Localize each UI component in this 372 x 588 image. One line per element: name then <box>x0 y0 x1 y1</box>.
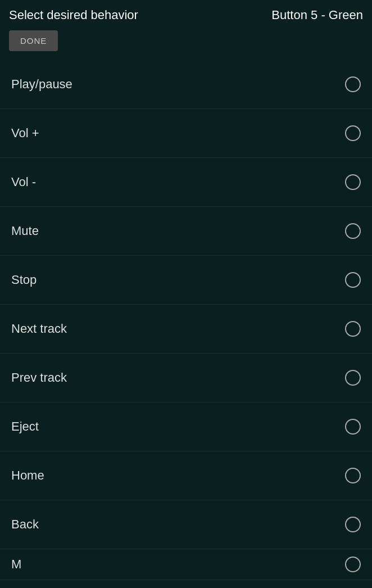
radio-home[interactable] <box>345 468 361 483</box>
list-item-back[interactable]: Back <box>0 500 372 549</box>
radio-next-track[interactable] <box>345 321 361 337</box>
option-label-eject: Eject <box>11 419 39 434</box>
list-item-vol-plus[interactable]: Vol + <box>0 109 372 158</box>
radio-eject[interactable] <box>345 419 361 435</box>
option-label-next-track: Next track <box>11 322 67 336</box>
radio-mute[interactable] <box>345 223 361 239</box>
list-item-eject[interactable]: Eject <box>0 402 372 451</box>
list-item-play-pause[interactable]: Play/pause <box>0 60 372 109</box>
radio-stop[interactable] <box>345 272 361 288</box>
radio-menu-partial[interactable] <box>345 557 361 572</box>
header: Select desired behavior Button 5 - Green <box>0 0 372 27</box>
header-title: Select desired behavior <box>9 8 138 22</box>
list-item-stop[interactable]: Stop <box>0 256 372 305</box>
list-item-vol-minus[interactable]: Vol - <box>0 158 372 207</box>
list-item-next-track[interactable]: Next track <box>0 305 372 354</box>
done-button[interactable]: DONE <box>9 30 58 51</box>
options-list: Play/pauseVol +Vol -MuteStopNext trackPr… <box>0 60 372 580</box>
option-label-stop: Stop <box>11 273 37 287</box>
list-item-mute[interactable]: Mute <box>0 207 372 256</box>
option-label-menu-partial: M <box>11 557 21 572</box>
radio-back[interactable] <box>345 517 361 532</box>
header-subtitle: Button 5 - Green <box>271 8 363 22</box>
radio-prev-track[interactable] <box>345 370 361 386</box>
radio-play-pause[interactable] <box>345 76 361 92</box>
option-label-back: Back <box>11 517 39 532</box>
radio-vol-minus[interactable] <box>345 174 361 190</box>
radio-vol-plus[interactable] <box>345 125 361 141</box>
list-item-prev-track[interactable]: Prev track <box>0 354 372 402</box>
option-label-mute: Mute <box>11 224 39 238</box>
option-label-vol-plus: Vol + <box>11 126 39 141</box>
list-item-menu-partial[interactable]: M <box>0 549 372 580</box>
option-label-vol-minus: Vol - <box>11 175 36 189</box>
option-label-play-pause: Play/pause <box>11 77 72 92</box>
option-label-home: Home <box>11 468 44 483</box>
option-label-prev-track: Prev track <box>11 370 67 385</box>
list-item-home[interactable]: Home <box>0 451 372 500</box>
